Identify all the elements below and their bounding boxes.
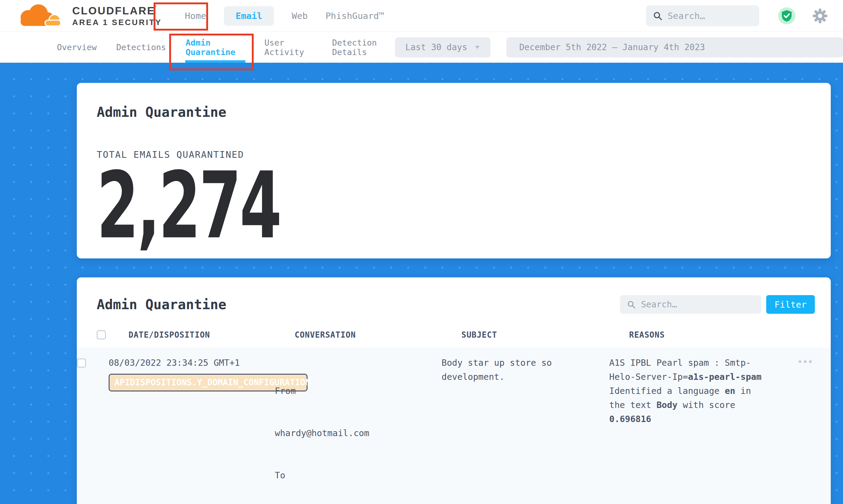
gear-glyph	[812, 8, 828, 23]
table-tools: Filter	[620, 295, 815, 314]
reason-text: with score	[678, 400, 735, 410]
period-dropdown[interactable]: Last 30 days	[395, 37, 491, 57]
primary-nav-items: Home Email Web PhishGuard™	[185, 6, 384, 26]
row-datetime: 08/03/2022 23:34:25 GMT+1	[109, 356, 275, 370]
more-options-icon[interactable]	[798, 360, 812, 504]
search-icon	[653, 11, 662, 21]
from-label: From	[275, 384, 441, 398]
tab-admin-quarantine[interactable]: Admin Quarantine	[186, 32, 245, 63]
shield-check-icon	[781, 10, 792, 22]
top-nav: CLOUDFLARE’ AREA 1 SECURITY Home Email W…	[0, 0, 843, 32]
cloudflare-cloud-icon	[9, 3, 70, 29]
tab-detection-details[interactable]: Detection Details	[332, 32, 395, 63]
date-controls: Last 30 days December 5th 2022 — January…	[395, 37, 843, 57]
tab-admin-quarantine-label: Admin Quarantine	[186, 38, 245, 57]
table-search	[620, 295, 761, 314]
reason-text: Identified a language	[609, 386, 725, 396]
nav-web[interactable]: Web	[292, 11, 308, 21]
metric-value: 2,274	[97, 169, 280, 242]
row-actions-cell	[780, 356, 831, 504]
table-header-row: DATE/DISPOSITION CONVERSATION SUBJECT RE…	[77, 330, 831, 347]
table-row: 08/03/2022 23:34:25 GMT+1 APIDISPOSITION…	[77, 347, 831, 504]
brand-subtitle: AREA 1 SECURITY	[72, 18, 162, 27]
tab-overview[interactable]: Overview	[57, 32, 97, 63]
brand-trademark: ’	[155, 5, 158, 11]
global-search	[646, 5, 759, 26]
search-icon	[627, 300, 635, 309]
secondary-nav: Overview Detections Admin Quarantine Use…	[0, 32, 843, 63]
settings-gear-icon[interactable]	[812, 8, 828, 23]
cloudflare-logo[interactable]: CLOUDFLARE’ AREA 1 SECURITY	[9, 3, 162, 29]
reason-text-bold: Body	[656, 400, 678, 410]
row-checkbox[interactable]	[77, 358, 86, 367]
stats-card-title: Admin Quarantine	[97, 104, 811, 120]
col-subject: SUBJECT	[461, 330, 629, 340]
tab-detections[interactable]: Detections	[116, 32, 166, 63]
nav-home[interactable]: Home	[185, 11, 206, 21]
quarantine-table-card: Admin Quarantine Filter DATE/DISPOSITION	[77, 277, 831, 504]
reason-text-bold: 0.696816	[609, 414, 651, 424]
select-all-cell	[97, 330, 128, 340]
period-label: Last 30 days	[405, 42, 467, 52]
col-actions	[801, 330, 831, 340]
row-select-cell	[77, 356, 109, 504]
reasons-cell: A1S IPBL Pearl spam : Smtp-Helo-Server-I…	[609, 356, 768, 504]
nav-phishguard[interactable]: PhishGuard™	[326, 11, 384, 21]
filter-button[interactable]: Filter	[766, 295, 815, 314]
dashboard-canvas: Admin Quarantine TOTAL EMAILS QUARANTINE…	[0, 63, 843, 504]
tab-user-activity[interactable]: User Activity	[264, 32, 312, 63]
brand-name: CLOUDFLARE	[72, 5, 155, 17]
reason-text-bold: a1s-pearl-spam	[688, 372, 761, 382]
logo-text: CLOUDFLARE’ AREA 1 SECURITY	[72, 5, 162, 27]
table-card-title: Admin Quarantine	[97, 296, 226, 312]
date-range-picker[interactable]: December 5th 2022 — January 4th 2023	[506, 37, 843, 57]
stats-card: Admin Quarantine TOTAL EMAILS QUARANTINE…	[77, 83, 831, 258]
secondary-tabs: Overview Detections Admin Quarantine Use…	[57, 32, 395, 63]
active-tab-underline	[185, 60, 245, 63]
nav-email[interactable]: Email	[235, 11, 262, 21]
col-reasons: REASONS	[629, 330, 801, 340]
protection-status-badge[interactable]	[778, 7, 795, 24]
page: CLOUDFLARE’ AREA 1 SECURITY Home Email W…	[0, 0, 843, 504]
select-all-checkbox[interactable]	[97, 330, 106, 340]
subject-cell: Body star up store so development.	[441, 356, 601, 504]
nav-email-pill: Email	[224, 6, 274, 26]
from-address[interactable]: whardy@hotmail.com	[275, 426, 441, 440]
date-disposition-cell: 08/03/2022 23:34:25 GMT+1 APIDISPOSITION…	[109, 356, 275, 504]
conversation-cell: From whardy@hotmail.com To shawn37@casti…	[275, 356, 441, 504]
date-range-label: December 5th 2022 — January 4th 2023	[519, 42, 705, 52]
to-label: To	[275, 469, 441, 483]
col-conversation: CONVERSATION	[295, 330, 461, 340]
table-card-header: Admin Quarantine Filter	[77, 295, 831, 314]
reason-text-bold: en	[725, 386, 735, 396]
table-search-input[interactable]	[641, 300, 754, 309]
col-date-disposition: DATE/DISPOSITION	[128, 330, 295, 340]
chevron-down-icon	[475, 45, 480, 50]
global-search-input[interactable]	[668, 11, 752, 21]
